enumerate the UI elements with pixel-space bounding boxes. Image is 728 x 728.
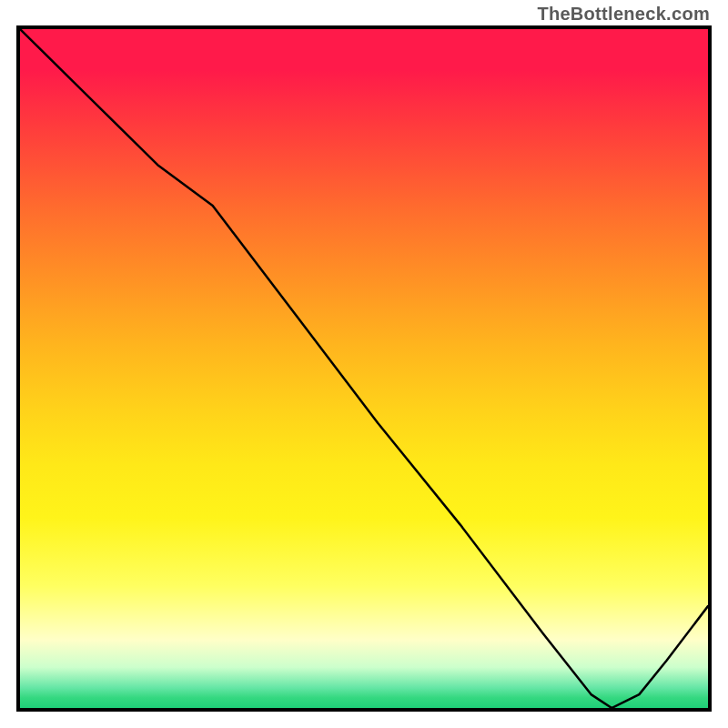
attribution-label: TheBottleneck.com bbox=[537, 4, 710, 25]
plot-area bbox=[20, 29, 708, 708]
chart-container: TheBottleneck.com bbox=[0, 0, 728, 728]
bottleneck-curve bbox=[20, 29, 708, 708]
